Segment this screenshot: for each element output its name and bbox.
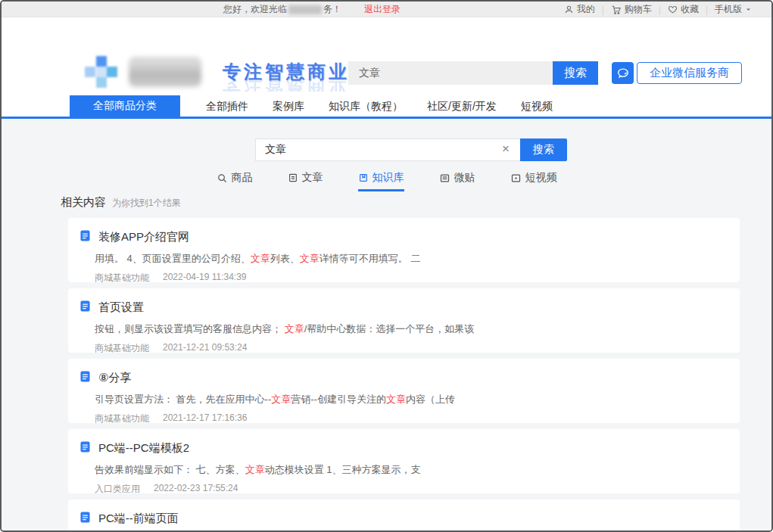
list-icon: [439, 173, 450, 184]
tab-goods-label: 商品: [232, 171, 253, 185]
greeting-prefix: 您好，欢迎光临: [223, 3, 287, 16]
result-card[interactable]: ⑧分享 引导页设置方法： 首先，先在应用中心--文章营销--创建引导关注的文章内…: [68, 359, 740, 423]
search-icon: [217, 173, 228, 184]
separator: |: [602, 5, 604, 15]
video-play-icon: [510, 173, 522, 184]
nav-item-knowledge[interactable]: 知识库（教程）: [329, 95, 403, 117]
result-date: 2022-04-19 11:34:39: [163, 272, 247, 282]
result-card[interactable]: 首页设置 按钮，则显示该设置填写的客服信息内容； 文章/帮助中心数据：选择一个平…: [68, 288, 740, 353]
result-category: 商城基础功能: [95, 412, 149, 423]
tab-knowledge-label: 知识库: [372, 171, 404, 185]
logo-slogan: 专注智慧商业 专注智慧商业: [223, 60, 350, 84]
result-card[interactable]: PC端--PC端模板2 告效果前端显示如下： 七、方案、文章动态模块设置 1、三…: [68, 429, 740, 493]
tab-articles[interactable]: 文章: [288, 171, 323, 191]
result-category: 商城基础功能: [95, 342, 149, 353]
wechat-chat-icon: [612, 62, 634, 84]
blurred-username: [288, 5, 322, 14]
mobile-version-dropdown[interactable]: 手机版: [715, 3, 752, 16]
result-desc: 告效果前端显示如下： 七、方案、文章动态模块设置 1、三种方案显示，支: [95, 463, 725, 477]
document-icon: [79, 370, 92, 386]
browser-window: 您好，欢迎光临务！ 退出登录 我的 | 购物车 |: [0, 0, 773, 532]
nav-item-video[interactable]: 短视频: [521, 95, 553, 117]
greeting-suffix: 务！: [323, 3, 341, 16]
result-meta: 商城基础功能 2022-04-19 11:34:39: [95, 272, 725, 282]
results-list: 装修APP介绍官网 用填。 4、页面设置里的公司介绍、文章列表、文章详情等可不用…: [68, 218, 740, 530]
knowledge-book-icon: [358, 173, 369, 183]
result-title: 首页设置: [98, 300, 144, 315]
tab-short-video[interactable]: 短视频: [510, 171, 557, 191]
chevron-down-icon: [745, 5, 752, 15]
site-logo[interactable]: 专注智慧商业 专注智慧商业: [85, 55, 350, 89]
mobile-version-label: 手机版: [715, 3, 742, 16]
favorites-link[interactable]: 收藏: [668, 3, 699, 16]
result-desc: 引导页设置方法： 首先，先在应用中心--文章营销--创建引导关注的文章内容（上传: [95, 393, 725, 406]
document-icon: [79, 440, 92, 456]
blurred-logo-text: [129, 57, 201, 87]
favorites-label: 收藏: [681, 3, 699, 16]
result-desc: 用填。 4、页面设置里的公司介绍、文章列表、文章详情等可不用填写。 二: [95, 252, 725, 266]
nav-item-cases[interactable]: 案例库: [273, 95, 304, 117]
result-search-input[interactable]: [255, 138, 520, 161]
result-category: 商城基础功能: [95, 272, 149, 282]
result-search-button[interactable]: 搜索: [520, 138, 567, 161]
result-meta: 入口类应用 2022-02-23 17:55:24: [95, 483, 725, 493]
article-icon: [288, 173, 298, 183]
cart-link[interactable]: 购物车: [611, 3, 652, 16]
separator: |: [659, 5, 661, 15]
logo-plus-icon: [85, 55, 118, 89]
greeting: 您好，欢迎光临务！ 退出登录: [223, 2, 401, 17]
result-search: × 搜索: [255, 138, 771, 161]
result-title: PC端--前端页面: [98, 512, 179, 526]
tab-articles-label: 文章: [302, 171, 323, 185]
clear-search-icon[interactable]: ×: [499, 142, 513, 156]
tab-posts[interactable]: 微贴: [439, 171, 475, 191]
result-category: 入口类应用: [95, 483, 140, 493]
separator: |: [706, 5, 708, 15]
site-header: 专注智慧商业 专注智慧商业 搜索 企业微信服务商: [2, 17, 771, 92]
document-icon: [79, 229, 92, 245]
result-date: 2021-12-17 17:16:36: [163, 412, 247, 423]
header-search: 搜索: [348, 61, 598, 85]
results-header: 相关内容 为你找到1个结果: [61, 195, 771, 209]
nav-items: 全部插件 案例库 知识库（教程） 社区/更新/开发 短视频: [206, 95, 553, 117]
wechat-service-button[interactable]: 企业微信服务商: [612, 62, 742, 84]
topbar-links: 我的 | 购物车 | 收藏 | 手机版: [564, 2, 752, 17]
user-icon: [564, 5, 574, 14]
result-title: ⑧分享: [98, 371, 131, 385]
cart-label: 购物车: [625, 3, 652, 16]
wechat-service-label: 企业微信服务商: [637, 62, 742, 84]
heart-icon: [668, 5, 678, 14]
content-area: × 搜索 商品 文章 知识库: [2, 119, 771, 530]
result-meta: 商城基础功能 2021-12-17 17:16:36: [95, 412, 725, 423]
tab-posts-label: 微贴: [454, 171, 475, 185]
header-search-input[interactable]: [348, 61, 553, 85]
document-icon: [79, 511, 92, 527]
result-desc: 按钮，则显示该设置填写的客服信息内容； 文章/帮助中心数据：选择一个平台，如果该: [95, 322, 725, 336]
my-account-label: 我的: [577, 3, 595, 16]
nav-item-community[interactable]: 社区/更新/开发: [427, 95, 497, 117]
tab-knowledge[interactable]: 知识库: [358, 171, 404, 191]
result-date: 2021-12-21 09:53:24: [163, 342, 247, 353]
result-date: 2022-02-23 17:55:24: [154, 483, 238, 493]
main-nav: 全部商品分类 全部插件 案例库 知识库（教程） 社区/更新/开发 短视频: [2, 92, 771, 119]
result-card[interactable]: 装修APP介绍官网 用填。 4、页面设置里的公司介绍、文章列表、文章详情等可不用…: [68, 218, 740, 282]
header-search-button[interactable]: 搜索: [553, 61, 598, 85]
nav-all-categories[interactable]: 全部商品分类: [70, 95, 180, 117]
logout-link[interactable]: 退出登录: [364, 3, 401, 16]
result-meta: 商城基础功能 2021-12-21 09:53:24: [95, 342, 725, 353]
tab-goods[interactable]: 商品: [217, 171, 253, 191]
results-section-title: 相关内容: [61, 195, 106, 210]
topbar: 您好，欢迎光临务！ 退出登录 我的 | 购物车 |: [2, 2, 771, 17]
my-account-link[interactable]: 我的: [564, 3, 595, 16]
document-icon: [79, 300, 92, 316]
results-count: 为你找到1个结果: [112, 197, 181, 210]
result-type-tabs: 商品 文章 知识库 微贴: [2, 171, 771, 191]
nav-item-plugins[interactable]: 全部插件: [206, 95, 248, 117]
tab-short-video-label: 短视频: [525, 171, 557, 185]
result-card[interactable]: PC端--前端页面: [68, 499, 740, 530]
cart-icon: [611, 5, 622, 15]
result-title: PC端--PC端模板2: [98, 441, 189, 456]
result-title: 装修APP介绍官网: [98, 230, 189, 244]
